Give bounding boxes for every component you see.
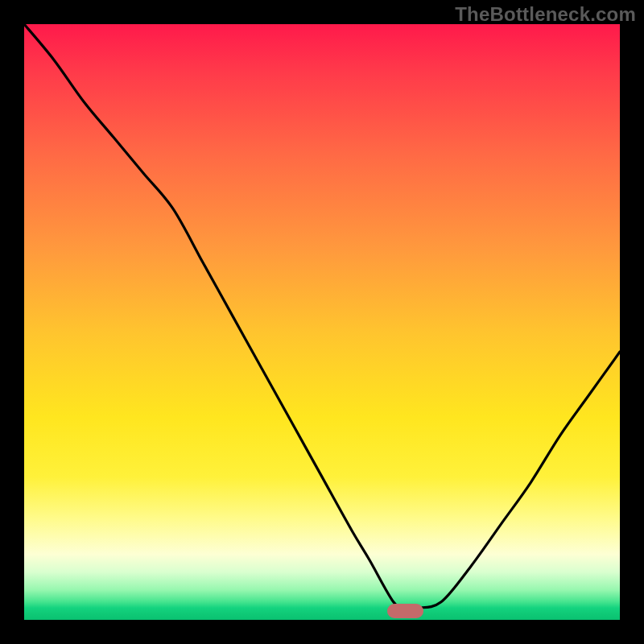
optimal-marker: [387, 604, 423, 618]
plot-area: [24, 24, 620, 620]
bottleneck-curve: [24, 24, 620, 620]
watermark-text: TheBottleneck.com: [455, 3, 636, 26]
chart-frame: TheBottleneck.com: [0, 0, 644, 644]
